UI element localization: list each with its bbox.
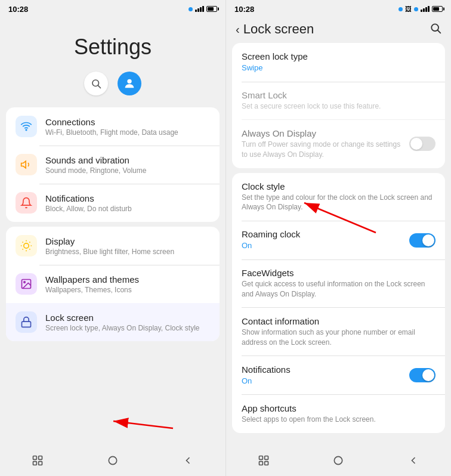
svg-rect-25 [264, 456, 268, 460]
svg-rect-26 [259, 462, 262, 465]
card-connections-notifications: Connections Wi-Fi, Bluetooth, Flight mod… [6, 107, 220, 222]
search-button-left[interactable] [84, 72, 108, 95]
display-subtitle: Brightness, Blue light filter, Home scre… [45, 248, 174, 256]
svg-rect-18 [39, 456, 42, 460]
right-item-smart-lock: Smart Lock Set a secure screen lock to u… [232, 82, 445, 120]
settings-action-row [84, 72, 141, 95]
settings-item-notifications[interactable]: Notifications Block, Allow, Do not distu… [6, 184, 220, 222]
settings-item-display[interactable]: Display Brightness, Blue light filter, H… [6, 227, 220, 265]
sounds-title: Sounds and vibration [45, 155, 146, 165]
settings-main-title: Settings [74, 35, 152, 60]
facewidgets-text: FaceWidgets Get quick access to useful i… [242, 268, 435, 299]
svg-line-13 [29, 242, 30, 243]
roaming-clock-text: Roaming clock On [242, 229, 402, 251]
clock-style-text: Clock style Set the type and colour for … [242, 181, 435, 213]
display-title: Display [45, 236, 174, 246]
notifications-text: Notifications Block, Allow, Do not distu… [45, 193, 132, 213]
app-shortcuts-text: App shortcuts Select apps to open from t… [242, 403, 435, 425]
svg-marker-4 [21, 161, 26, 168]
svg-rect-16 [22, 322, 31, 327]
notifications-title: Notifications [45, 193, 132, 203]
right-item-app-shortcuts[interactable]: App shortcuts Select apps to open from t… [232, 395, 445, 433]
svg-point-28 [335, 456, 342, 464]
avatar-button[interactable] [118, 72, 141, 95]
always-on-display-text: Always On Display Turn off Power saving … [242, 128, 402, 160]
svg-rect-24 [259, 456, 262, 460]
svg-point-21 [109, 456, 116, 464]
home-button-right[interactable] [325, 453, 351, 468]
screen-lock-type-text: Screen lock type Swipe [242, 51, 435, 73]
connections-subtitle: Wi-Fi, Bluetooth, Flight mode, Data usag… [45, 128, 178, 137]
back-button-right-nav[interactable] [400, 453, 427, 468]
svg-line-23 [438, 30, 441, 33]
roaming-clock-toggle[interactable] [409, 233, 435, 248]
blue-dot2-right [414, 7, 418, 11]
wallpapers-title: Wallpapers and themes [45, 274, 139, 285]
notifications-toggle[interactable] [409, 368, 435, 382]
svg-line-1 [98, 85, 100, 88]
clock-style-title: Clock style [242, 181, 435, 191]
recent-apps-button-left[interactable] [24, 453, 51, 468]
settings-item-connections[interactable]: Connections Wi-Fi, Bluetooth, Flight mod… [6, 107, 220, 146]
always-on-display-toggle[interactable] [409, 137, 435, 151]
back-button-right[interactable]: ‹ Lock screen [236, 21, 314, 37]
right-notifications-text: Notifications On [242, 364, 402, 387]
wallpapers-subtitle: Wallpapers, Themes, Icons [45, 286, 139, 294]
right-item-clock-style[interactable]: Clock style Set the type and colour for … [232, 173, 445, 221]
app-shortcuts-title: App shortcuts [242, 403, 435, 413]
sounds-icon [16, 154, 37, 175]
settings-item-lockscreen[interactable]: Lock screen Screen lock type, Always On … [6, 303, 220, 341]
smart-lock-subtitle: Set a secure screen lock to use this fea… [242, 101, 435, 112]
contact-info-text: Contact information Show information suc… [242, 316, 435, 348]
smart-lock-title: Smart Lock [242, 90, 435, 100]
svg-point-15 [24, 282, 26, 283]
smart-lock-text: Smart Lock Set a secure screen lock to u… [242, 90, 435, 112]
contact-info-title: Contact information [242, 316, 435, 326]
right-header: ‹ Lock screen [226, 17, 451, 43]
sounds-text: Sounds and vibration Sound mode, Rington… [45, 155, 146, 175]
facewidgets-title: FaceWidgets [242, 268, 435, 278]
settings-item-wallpapers[interactable]: Wallpapers and themes Wallpapers, Themes… [6, 265, 220, 303]
right-panel: 10:28 🖼 ‹ Lock screen [225, 0, 451, 476]
connections-icon [16, 116, 37, 137]
nav-bar-right [226, 447, 451, 476]
blue-dot-left [189, 7, 193, 11]
wallpapers-icon [16, 273, 37, 295]
lockscreen-title: Lock screen [45, 313, 200, 323]
search-button-right[interactable] [430, 22, 441, 37]
lockscreen-subtitle: Screen lock type, Always On Display, Clo… [45, 324, 200, 332]
notifications-subtitle: Block, Allow, Do not disturb [45, 205, 132, 213]
image-icon-right: 🖼 [405, 5, 412, 13]
svg-line-9 [29, 249, 30, 249]
settings-list: Connections Wi-Fi, Bluetooth, Flight mod… [0, 107, 225, 447]
right-item-screen-lock-type[interactable]: Screen lock type Swipe [232, 43, 445, 82]
roaming-clock-title: Roaming clock [242, 229, 402, 239]
contact-info-subtitle: Show information such as your phone numb… [242, 327, 435, 348]
wallpapers-text: Wallpapers and themes Wallpapers, Themes… [45, 274, 139, 294]
display-icon [16, 235, 37, 256]
svg-line-8 [23, 242, 23, 243]
right-notifications-title: Notifications [242, 364, 402, 375]
back-arrow-icon: ‹ [236, 23, 240, 36]
facewidgets-subtitle: Get quick access to useful information o… [242, 279, 435, 299]
connections-title: Connections [45, 117, 178, 127]
right-item-contact-info[interactable]: Contact information Show information suc… [232, 308, 445, 356]
page-title: Lock screen [243, 21, 314, 37]
nav-bar-left [0, 447, 225, 476]
always-on-display-subtitle: Turn off Power saving mode or change its… [242, 140, 402, 160]
app-shortcuts-subtitle: Select apps to open from the Lock screen… [242, 415, 435, 425]
right-item-notifications[interactable]: Notifications On [232, 356, 445, 395]
svg-rect-20 [39, 462, 42, 465]
always-on-display-title: Always On Display [242, 128, 402, 138]
status-bar-right: 10:28 🖼 [226, 0, 451, 17]
connections-text: Connections Wi-Fi, Bluetooth, Flight mod… [45, 117, 178, 137]
recent-apps-button-right[interactable] [251, 453, 277, 468]
right-item-always-on-display: Always On Display Turn off Power saving … [232, 120, 445, 168]
right-item-facewidgets[interactable]: FaceWidgets Get quick access to useful i… [232, 259, 445, 308]
right-item-roaming-clock[interactable]: Roaming clock On [232, 221, 445, 259]
back-button-left[interactable] [175, 453, 201, 468]
settings-item-sounds[interactable]: Sounds and vibration Sound mode, Rington… [6, 146, 220, 184]
home-button-left[interactable] [100, 453, 126, 468]
display-text: Display Brightness, Blue light filter, H… [45, 236, 174, 256]
sounds-subtitle: Sound mode, Ringtone, Volume [45, 166, 146, 175]
